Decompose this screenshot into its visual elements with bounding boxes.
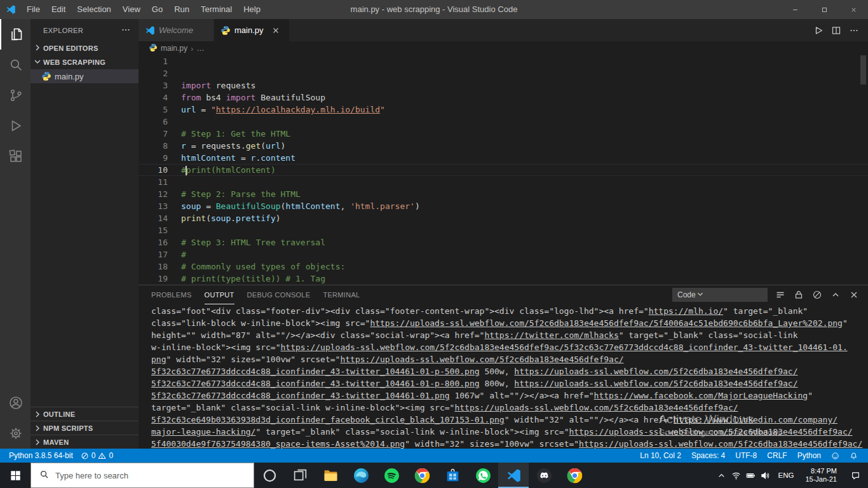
output-link[interactable]: https://uploads-ssl.webflow.com/5f2c6dba… bbox=[370, 318, 843, 328]
section-outline[interactable]: OUTLINE bbox=[31, 407, 139, 421]
language-indicator[interactable]: ENG bbox=[773, 463, 800, 488]
menu-run[interactable]: Run bbox=[168, 0, 195, 19]
tray-battery-button[interactable] bbox=[743, 463, 758, 488]
sidebar-more-actions-button[interactable] bbox=[121, 25, 131, 36]
status-python[interactable]: Python bbox=[792, 449, 826, 463]
activitybar-settings-gear[interactable] bbox=[0, 418, 31, 449]
output-link[interactable]: https://www.facebook.com/MajorLeagueHack… bbox=[594, 391, 808, 400]
status-ln-10-col-2[interactable]: Ln 10, Col 2 bbox=[635, 449, 686, 463]
menu-file[interactable]: File bbox=[21, 0, 46, 19]
taskbar-chrome-2[interactable] bbox=[559, 463, 590, 488]
menu-terminal[interactable]: Terminal bbox=[195, 0, 238, 19]
activitybar-source-control[interactable] bbox=[0, 80, 31, 111]
output-text: " width="32" sizes="100vw" srcset=" bbox=[405, 439, 579, 449]
breadcrumb-more[interactable]: … bbox=[196, 44, 204, 53]
section-open-editors[interactable]: OPEN EDITORS bbox=[31, 41, 139, 55]
chevron-up-button[interactable] bbox=[831, 290, 841, 300]
output-link[interactable]: 5f32c63c77e6773ddccd4c88_iconfinder_43-t… bbox=[151, 367, 480, 376]
output-link[interactable]: https://uploads-ssl.webflow.com/5f2c6dba… bbox=[514, 367, 797, 376]
breadcrumb-file[interactable]: main.py bbox=[161, 44, 187, 53]
taskbar-edge[interactable] bbox=[346, 463, 376, 488]
tab-main-py[interactable]: main.py bbox=[214, 19, 290, 41]
split-editor-button[interactable] bbox=[827, 19, 845, 41]
tab-welcome[interactable]: Welcome bbox=[139, 19, 214, 41]
output-link[interactable]: https://www.linkedin.com/company/ bbox=[674, 415, 837, 424]
activitybar-account[interactable] bbox=[0, 388, 31, 418]
editor-scrollbar[interactable] bbox=[860, 55, 866, 85]
output-link[interactable]: https://uploads-ssl.webflow.com/5f2c6dba… bbox=[281, 342, 848, 352]
output-link[interactable]: https://mlh.io/ bbox=[649, 306, 723, 316]
code-token: # bbox=[181, 250, 186, 259]
code-editor[interactable]: 123import requests4from bs4 import Beaut… bbox=[139, 55, 868, 285]
status-utf-8[interactable]: UTF-8 bbox=[730, 449, 762, 463]
menu-edit[interactable]: Edit bbox=[46, 0, 71, 19]
taskbar-chrome[interactable] bbox=[407, 463, 437, 488]
tray-volume-button[interactable] bbox=[758, 463, 773, 488]
action-center-button[interactable] bbox=[843, 463, 868, 488]
status-spaces-4[interactable]: Spaces: 4 bbox=[686, 449, 730, 463]
more-button[interactable] bbox=[845, 19, 863, 41]
feedback-smiley-button[interactable] bbox=[826, 449, 844, 463]
play-icon bbox=[813, 25, 824, 36]
panel-tab-problems[interactable]: PROBLEMS bbox=[151, 285, 192, 304]
tray-tray-chevron-button[interactable] bbox=[714, 463, 729, 488]
taskbar-file-explorer[interactable] bbox=[315, 463, 346, 488]
output-channel-select[interactable]: Code bbox=[672, 288, 768, 302]
taskbar-task-view[interactable] bbox=[285, 463, 315, 488]
code-token: 'html.parser' bbox=[350, 201, 415, 211]
output-link[interactable]: https://uploads-ssl.webflow.com/5f2c6dba… bbox=[340, 355, 623, 364]
tray-wifi-button[interactable] bbox=[729, 463, 743, 488]
activitybar-extensions[interactable] bbox=[0, 141, 31, 172]
output-link[interactable]: major-league-hacking/ bbox=[151, 427, 255, 437]
output-text: 800w, bbox=[480, 379, 515, 388]
section-maven[interactable]: MAVEN bbox=[31, 435, 139, 449]
file-main-py[interactable]: main.py bbox=[31, 69, 139, 83]
taskbar-search-input[interactable] bbox=[55, 471, 245, 480]
output-link[interactable]: https://uploads-ssl.webflow.com/5f2c6dba… bbox=[569, 427, 852, 437]
clock[interactable]: 8:47 PM 15-Jan-21 bbox=[799, 467, 843, 484]
output-link[interactable]: 5f32c63c77e6773ddccd4c88_iconfinder_43-t… bbox=[151, 379, 480, 388]
start-button[interactable] bbox=[0, 463, 31, 488]
close-button[interactable] bbox=[839, 0, 868, 19]
status-crlf[interactable]: CRLF bbox=[762, 449, 792, 463]
panel-tab-debug-console[interactable]: DEBUG CONSOLE bbox=[247, 285, 311, 304]
taskbar-cortana[interactable] bbox=[254, 463, 285, 488]
section-folder-web-scrapping[interactable]: WEB SCRAPPING bbox=[31, 55, 139, 69]
output-link[interactable]: https://uploads-ssl.webflow.com/5f2c6dba… bbox=[579, 439, 862, 449]
taskbar-discord[interactable] bbox=[529, 463, 559, 488]
panel-tab-terminal[interactable]: TERMINAL bbox=[323, 285, 360, 304]
taskbar-vscode[interactable] bbox=[498, 463, 529, 488]
bell-button[interactable] bbox=[844, 449, 863, 463]
problems-status[interactable]: 00 bbox=[77, 449, 117, 463]
taskbar-search[interactable] bbox=[31, 463, 254, 488]
output-link[interactable]: 5f32c63c77e6773ddccd4c88_iconfinder_43-t… bbox=[151, 391, 450, 400]
close-tab-button[interactable] bbox=[271, 26, 280, 35]
minimize-button[interactable] bbox=[780, 0, 810, 19]
maximize-button[interactable] bbox=[810, 0, 839, 19]
panel-tab-output[interactable]: OUTPUT bbox=[205, 285, 234, 304]
play-button[interactable] bbox=[810, 19, 827, 41]
python-interpreter-status[interactable]: Python 3.8.5 64-bit bbox=[5, 449, 77, 463]
output-link[interactable]: https://uploads-ssl.webflow.com/5f2c6dba… bbox=[514, 379, 797, 388]
activitybar-search[interactable] bbox=[0, 50, 31, 80]
output-link[interactable]: https://twitter.com/mlhacks bbox=[484, 330, 618, 340]
lock-button[interactable] bbox=[794, 290, 804, 300]
output-link[interactable]: https://uploads-ssl.webflow.com/5f2c6dba… bbox=[454, 403, 738, 412]
activitybar-files[interactable] bbox=[0, 19, 31, 50]
taskbar-whatsapp[interactable] bbox=[468, 463, 498, 488]
menu-view[interactable]: View bbox=[117, 0, 146, 19]
output-link[interactable]: 5f32c63ce649b03363938d3d_iconfinder_face… bbox=[151, 415, 505, 424]
output-console[interactable]: class="foot"<div class="footer-div"><div… bbox=[139, 304, 868, 449]
output-link[interactable]: 5f40030d4e9f763754984380_space-items-Ass… bbox=[151, 439, 405, 449]
taskbar-spotify[interactable] bbox=[376, 463, 407, 488]
word-wrap-button[interactable] bbox=[775, 290, 785, 300]
close-button[interactable] bbox=[849, 290, 859, 300]
output-link[interactable]: png bbox=[151, 355, 166, 364]
taskbar-microsoft-store[interactable] bbox=[437, 463, 468, 488]
activitybar-run-debug[interactable] bbox=[0, 111, 31, 141]
menu-selection[interactable]: Selection bbox=[71, 0, 116, 19]
menu-go[interactable]: Go bbox=[146, 0, 168, 19]
clear-output-button[interactable] bbox=[812, 290, 822, 300]
menu-help[interactable]: Help bbox=[238, 0, 266, 19]
section-npm-scripts[interactable]: NPM SCRIPTS bbox=[31, 421, 139, 435]
